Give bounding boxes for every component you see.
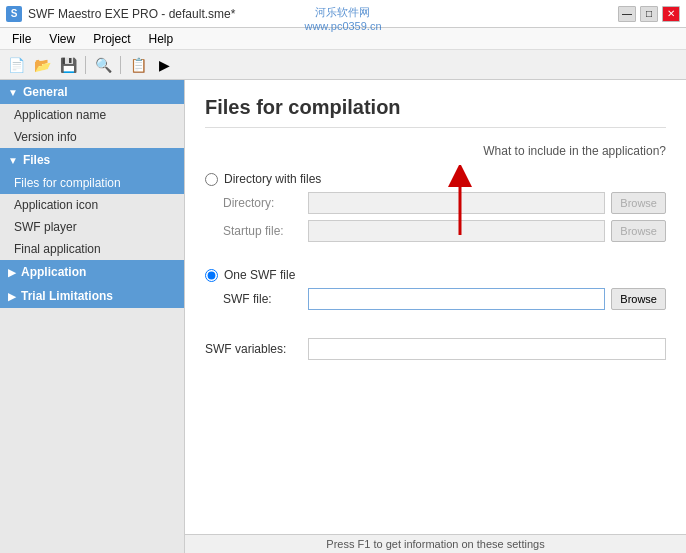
maximize-button[interactable]: □ bbox=[640, 6, 658, 22]
minimize-button[interactable]: — bbox=[618, 6, 636, 22]
title-bar: S SWF Maestro EXE PRO - default.sme* — □… bbox=[0, 0, 686, 28]
trial-section-label: Trial Limitations bbox=[21, 289, 113, 303]
toolbar-run[interactable]: ▶ bbox=[152, 54, 176, 76]
toolbar-open[interactable]: 📂 bbox=[30, 54, 54, 76]
directory-radio-label[interactable]: Directory with files bbox=[205, 172, 666, 186]
directory-label: Directory: bbox=[223, 196, 308, 210]
files-arrow-icon: ▼ bbox=[8, 155, 18, 166]
sidebar-section-general[interactable]: ▼ General bbox=[0, 80, 184, 104]
startup-field-row: Startup file: Browse bbox=[205, 220, 666, 242]
menu-file[interactable]: File bbox=[4, 30, 39, 48]
main-layout: ▼ General Application name Version info … bbox=[0, 80, 686, 553]
variables-input[interactable] bbox=[308, 338, 666, 360]
swf-radio-label[interactable]: One SWF file bbox=[205, 268, 666, 282]
startup-browse-button[interactable]: Browse bbox=[611, 220, 666, 242]
application-section-label: Application bbox=[21, 265, 86, 279]
toolbar-sep-1 bbox=[85, 56, 86, 74]
sidebar-item-app-name[interactable]: Application name bbox=[0, 104, 184, 126]
swf-file-field-row: SWF file: Browse bbox=[205, 288, 666, 310]
swf-file-input[interactable] bbox=[308, 288, 605, 310]
directory-input[interactable] bbox=[308, 192, 605, 214]
variables-row: SWF variables: bbox=[205, 338, 666, 360]
sidebar-item-files-compilation[interactable]: Files for compilation bbox=[0, 172, 184, 194]
sidebar: ▼ General Application name Version info … bbox=[0, 80, 185, 553]
content-area: Files for compilation What to include in… bbox=[185, 80, 686, 553]
sidebar-item-swf-player[interactable]: SWF player bbox=[0, 216, 184, 238]
menu-project[interactable]: Project bbox=[85, 30, 138, 48]
swf-radio-text: One SWF file bbox=[224, 268, 295, 282]
toolbar-sep-2 bbox=[120, 56, 121, 74]
sidebar-item-final-app[interactable]: Final application bbox=[0, 238, 184, 260]
sidebar-section-application[interactable]: ▶ Application bbox=[0, 260, 184, 284]
close-button[interactable]: ✕ bbox=[662, 6, 680, 22]
page-subtitle: What to include in the application? bbox=[205, 144, 666, 158]
menu-view[interactable]: View bbox=[41, 30, 83, 48]
toolbar-search[interactable]: 🔍 bbox=[91, 54, 115, 76]
toolbar-export[interactable]: 📋 bbox=[126, 54, 150, 76]
status-text: Press F1 to get information on these set… bbox=[326, 538, 544, 550]
swf-radio[interactable] bbox=[205, 269, 218, 282]
toolbar-save[interactable]: 💾 bbox=[56, 54, 80, 76]
directory-browse-button[interactable]: Browse bbox=[611, 192, 666, 214]
startup-input[interactable] bbox=[308, 220, 605, 242]
directory-field-row: Directory: Browse bbox=[205, 192, 666, 214]
startup-label: Startup file: bbox=[223, 224, 308, 238]
files-section-label: Files bbox=[23, 153, 50, 167]
trial-arrow-icon: ▶ bbox=[8, 291, 16, 302]
general-section-label: General bbox=[23, 85, 68, 99]
application-arrow-icon: ▶ bbox=[8, 267, 16, 278]
swf-browse-button[interactable]: Browse bbox=[611, 288, 666, 310]
variables-label: SWF variables: bbox=[205, 342, 308, 356]
sidebar-section-trial[interactable]: ▶ Trial Limitations bbox=[0, 284, 184, 308]
sidebar-section-files[interactable]: ▼ Files bbox=[0, 148, 184, 172]
directory-radio-text: Directory with files bbox=[224, 172, 321, 186]
toolbar: 📄 📂 💾 🔍 📋 ▶ bbox=[0, 50, 686, 80]
title-bar-text: SWF Maestro EXE PRO - default.sme* bbox=[28, 7, 235, 21]
general-arrow-icon: ▼ bbox=[8, 87, 18, 98]
sidebar-item-version-info[interactable]: Version info bbox=[0, 126, 184, 148]
page-title: Files for compilation bbox=[205, 96, 666, 128]
window-controls: — □ ✕ bbox=[618, 6, 680, 22]
toolbar-new[interactable]: 📄 bbox=[4, 54, 28, 76]
swf-option-group: One SWF file SWF file: Browse bbox=[205, 268, 666, 316]
sidebar-item-app-icon[interactable]: Application icon bbox=[0, 194, 184, 216]
menu-bar: File View Project Help bbox=[0, 28, 686, 50]
menu-help[interactable]: Help bbox=[141, 30, 182, 48]
app-icon: S bbox=[6, 6, 22, 22]
status-bar: Press F1 to get information on these set… bbox=[185, 534, 686, 553]
swf-file-label: SWF file: bbox=[223, 292, 308, 306]
directory-radio[interactable] bbox=[205, 173, 218, 186]
directory-option-group: Directory with files Directory: Browse S… bbox=[205, 172, 666, 248]
